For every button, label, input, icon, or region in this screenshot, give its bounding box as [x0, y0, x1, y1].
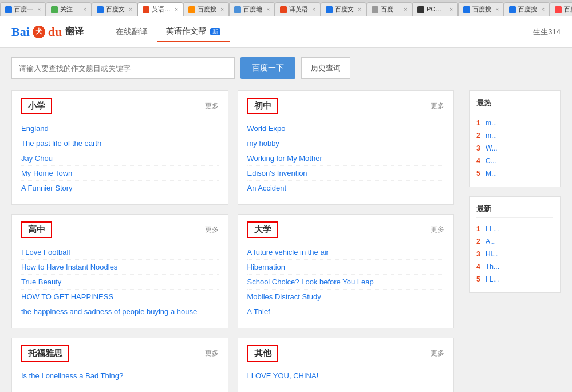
sidebar-rank-5: 5 — [476, 169, 483, 177]
link-my-hobby[interactable]: my hobby — [247, 139, 279, 148]
sidebar-new-link-2[interactable]: A... — [486, 237, 496, 246]
sidebar-new-link-3[interactable]: Hi... — [486, 250, 498, 258]
link-i-love-china[interactable]: I LOVE YOU, CHINA! — [247, 371, 319, 380]
tab-1[interactable]: 百度一 × — [0, 2, 46, 16]
tab-5[interactable]: 百度搜 × — [183, 2, 229, 16]
link-future-vehicle[interactable]: A future vehicle in the air — [247, 248, 329, 256]
link-home-town[interactable]: My Home Town — [21, 169, 72, 177]
tab-label-13: 百度图 — [564, 5, 572, 14]
nav-online-translate[interactable]: 在线翻译 — [106, 22, 157, 42]
tab-close-4[interactable]: × — [175, 6, 178, 13]
tab-label-11: 百度搜 — [472, 5, 493, 14]
list-item: 5 I L... — [476, 273, 553, 286]
tab-close-2[interactable]: × — [83, 6, 86, 13]
nav-essay-help[interactable]: 英语作文帮 新 — [157, 22, 230, 42]
category-gaozhong: 高中 更多 I Love Football How to Have Instan… — [11, 214, 228, 328]
tab-icon-5 — [188, 6, 195, 13]
logo-bai: Bai — [11, 25, 30, 39]
tab-close-8[interactable]: × — [358, 6, 361, 13]
category-xiaoxue-more[interactable]: 更多 — [205, 101, 219, 111]
sidebar-rank-4: 4 — [476, 157, 483, 165]
link-england[interactable]: England — [21, 124, 49, 133]
tab-close-6[interactable]: × — [266, 6, 270, 13]
link-funnier-story[interactable]: A Funnier Story — [21, 184, 73, 192]
link-true-beauty[interactable]: True Beauty — [21, 278, 61, 286]
link-accident[interactable]: An Accident — [247, 184, 287, 192]
tab-close-10[interactable]: × — [449, 6, 453, 13]
sidebar-new-link-1[interactable]: I L... — [486, 225, 499, 233]
tab-close-9[interactable]: × — [404, 6, 407, 13]
list-item: My Home Town — [21, 166, 219, 181]
tab-close-7[interactable]: × — [312, 6, 315, 13]
history-button[interactable]: 历史查询 — [301, 57, 350, 79]
tab-9[interactable]: 百度 × — [366, 2, 412, 16]
category-daxue-more[interactable]: 更多 — [431, 225, 444, 235]
tab-close-3[interactable]: × — [129, 6, 132, 13]
tab-icon-11 — [463, 6, 470, 13]
link-buying-house[interactable]: the happiness and sadness of people buyi… — [21, 307, 197, 316]
tab-label-12: 百度搜 — [518, 5, 539, 14]
sidebar-new-rank-1: 1 — [476, 225, 483, 233]
list-item: Hibernation — [247, 260, 445, 275]
link-working-mother[interactable]: Working for My Mother — [247, 154, 322, 163]
link-mobiles-distract[interactable]: Mobiles Distract Study — [247, 292, 321, 301]
link-world-expo[interactable]: World Expo — [247, 124, 286, 133]
category-tuofu-more[interactable]: 更多 — [205, 349, 219, 358]
sidebar-new-link-4[interactable]: Th... — [486, 263, 499, 271]
link-jay-chou[interactable]: Jay Chou — [21, 154, 53, 163]
tab-11[interactable]: 百度搜 × — [458, 2, 504, 16]
list-item: 3 Hi... — [476, 248, 553, 260]
search-button[interactable]: 百度一下 — [240, 57, 295, 79]
tab-10[interactable]: PC软件 × — [412, 2, 458, 16]
link-loneliness[interactable]: Is the Loneliness a Bad Thing? — [21, 371, 123, 380]
main-nav: 在线翻译 英语作文帮 新 — [106, 22, 230, 42]
sidebar-new-link-5[interactable]: I L... — [486, 275, 499, 283]
category-gaozhong-title: 高中 — [21, 221, 52, 238]
sidebar-hot-link-4[interactable]: C... — [486, 157, 496, 165]
tab-12[interactable]: 百度搜 × — [504, 2, 550, 16]
sidebar-hot-link-1[interactable]: m... — [486, 119, 497, 127]
tab-close-1[interactable]: × — [37, 6, 41, 13]
categories-grid-bottom: 托福雅思 更多 Is the Loneliness a Bad Thing? 其… — [11, 338, 454, 392]
tab-8[interactable]: 百度文 × — [321, 2, 366, 16]
list-item: 4 C... — [476, 155, 553, 167]
tab-6[interactable]: 百度地 × — [229, 2, 275, 16]
tab-7[interactable]: 译英语 × — [275, 2, 321, 16]
tab-close-5[interactable]: × — [220, 6, 224, 13]
link-hibernation[interactable]: Hibernation — [247, 263, 286, 271]
link-instant-noodles[interactable]: How to Have Instant Noodles — [21, 263, 117, 271]
tab-icon-4 — [143, 6, 149, 13]
category-chuzhong-list: World Expo my hobby Working for My Mothe… — [247, 121, 445, 195]
nav-badge: 新 — [210, 28, 220, 35]
tab-2[interactable]: 关注 × — [46, 2, 92, 16]
link-thief[interactable]: A Thief — [247, 307, 270, 316]
tab-4[interactable]: 英语作文 × — [137, 2, 183, 16]
category-gaozhong-more[interactable]: 更多 — [205, 225, 219, 235]
search-input[interactable] — [11, 57, 235, 79]
link-school-choice[interactable]: School Choice? Look before You Leap — [247, 278, 374, 286]
sidebar-hot-link-5[interactable]: M... — [486, 169, 497, 177]
list-item: A Thief — [247, 304, 445, 319]
category-qita: 其他 更多 I LOVE YOU, CHINA! — [238, 338, 455, 392]
tab-close-12[interactable]: × — [541, 6, 545, 13]
sidebar-new-rank-4: 4 — [476, 263, 483, 271]
sidebar-hot-link-3[interactable]: W... — [486, 144, 498, 152]
link-edisons-invention[interactable]: Edison's Invention — [247, 169, 307, 177]
category-chuzhong-more[interactable]: 更多 — [431, 101, 444, 111]
category-qita-more[interactable]: 更多 — [431, 349, 444, 358]
sidebar-hot-link-2[interactable]: m... — [486, 132, 497, 140]
link-past-earth[interactable]: The past life of the earth — [21, 139, 101, 148]
tab-13[interactable]: 百度图 × — [550, 2, 572, 16]
sidebar-new-list: 1 I L... 2 A... 3 Hi... 4 Th... — [476, 223, 553, 286]
tab-icon-9 — [372, 6, 378, 13]
tab-close-11[interactable]: × — [495, 6, 499, 13]
tab-label-4: 英语作文 — [152, 5, 172, 14]
sidebar-rank-3: 3 — [476, 144, 483, 152]
link-get-happiness[interactable]: HOW TO GET HAPPINESS — [21, 292, 113, 301]
sidebar-hot-title: 最热 — [476, 98, 553, 112]
tab-3[interactable]: 百度文 × — [92, 2, 137, 16]
sidebar: 最热 1 m... 2 m... 3 W... 4 — [469, 90, 561, 392]
category-gaozhong-header: 高中 更多 — [21, 221, 219, 238]
link-love-football[interactable]: I Love Football — [21, 248, 70, 256]
tab-icon-12 — [509, 6, 516, 13]
